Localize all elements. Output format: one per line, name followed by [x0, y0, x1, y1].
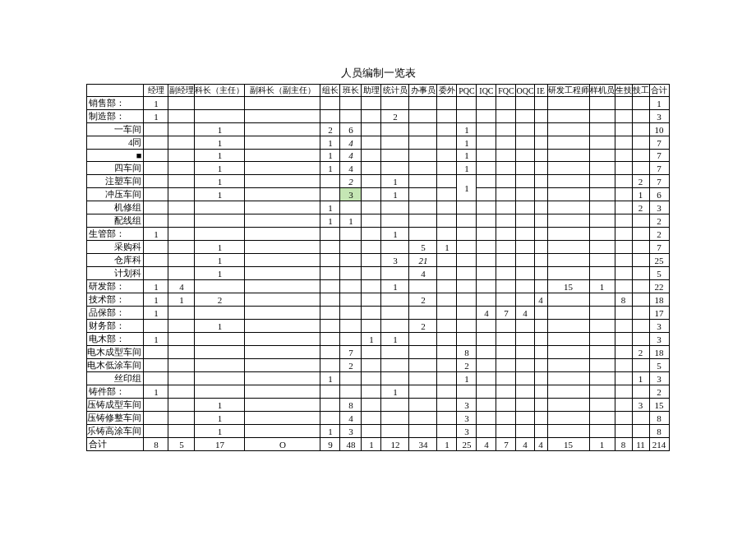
- cell: [340, 385, 362, 399]
- cell: 4: [477, 438, 496, 451]
- cell: [381, 123, 409, 136]
- cell: [168, 425, 195, 438]
- cell: [547, 150, 589, 162]
- cell: [457, 280, 477, 293]
- cell: [615, 412, 632, 425]
- cell: [362, 97, 381, 110]
- cell: 2: [340, 175, 362, 188]
- col-header: 技工: [632, 85, 649, 97]
- cell: [245, 201, 320, 214]
- cell: 6: [340, 123, 362, 136]
- cell: [340, 97, 362, 110]
- cell: [362, 399, 381, 412]
- cell: [381, 267, 409, 280]
- cell: 4: [477, 307, 496, 320]
- cell: [409, 162, 437, 175]
- cell: [144, 175, 168, 188]
- cell: 2: [381, 110, 409, 123]
- table-row: 冲压车间13116: [87, 188, 669, 201]
- cell: 2: [320, 123, 340, 136]
- cell: [362, 372, 381, 385]
- cell: 1: [320, 425, 340, 438]
- cell: [340, 372, 362, 385]
- cell: 3: [632, 399, 649, 412]
- cell: [340, 320, 362, 333]
- cell: [409, 372, 437, 385]
- cell: [437, 307, 457, 320]
- cell: [362, 320, 381, 333]
- cell: [516, 280, 534, 293]
- table-row: 生管部：112: [87, 228, 669, 241]
- cell: [496, 254, 516, 267]
- cell: [245, 162, 320, 175]
- cell: 3: [649, 333, 669, 346]
- cell: 7: [496, 438, 516, 451]
- cell: [477, 280, 496, 293]
- cell: 1: [381, 280, 409, 293]
- cell: [496, 267, 516, 280]
- cell: [477, 372, 496, 385]
- cell: [340, 267, 362, 280]
- cell: [245, 123, 320, 136]
- cell: [144, 412, 168, 425]
- cell: [547, 385, 589, 399]
- cell: [437, 162, 457, 175]
- cell: [547, 110, 589, 123]
- cell: [496, 359, 516, 372]
- cell: [534, 399, 547, 412]
- cell: 1: [195, 425, 245, 438]
- cell: [534, 97, 547, 110]
- table-row: 电木低涂车间225: [87, 359, 669, 372]
- cell: 18: [649, 346, 669, 359]
- cell: 1: [320, 372, 340, 385]
- cell: [534, 175, 547, 188]
- cell: 1: [320, 162, 340, 175]
- cell: [547, 307, 589, 320]
- cell: 1: [144, 280, 168, 293]
- cell: [589, 110, 615, 123]
- cell: [547, 372, 589, 385]
- cell: [437, 97, 457, 110]
- cell: [245, 267, 320, 280]
- cell: [615, 175, 632, 188]
- row-label: 财务部：: [87, 320, 144, 333]
- cell: [381, 359, 409, 372]
- cell: [547, 188, 589, 201]
- cell: [362, 110, 381, 123]
- cell: [437, 136, 457, 150]
- cell: [409, 123, 437, 136]
- cell: 1: [381, 228, 409, 241]
- table-row: 仓库科132125: [87, 254, 669, 267]
- cell: [477, 412, 496, 425]
- cell: [437, 280, 457, 293]
- cell: [409, 136, 437, 150]
- table-row: 注塑车间121127: [87, 175, 669, 188]
- cell: [516, 201, 534, 214]
- cell: [320, 175, 340, 188]
- cell: [320, 97, 340, 110]
- cell: [437, 359, 457, 372]
- cell: [144, 241, 168, 254]
- table-row: 电木成型车间78218: [87, 346, 669, 359]
- cell: [589, 399, 615, 412]
- cell: [245, 346, 320, 359]
- cell: [477, 228, 496, 241]
- cell: [547, 201, 589, 214]
- cell: [516, 123, 534, 136]
- cell: 1: [195, 254, 245, 267]
- cell: [362, 214, 381, 228]
- cell: [409, 110, 437, 123]
- cell: 1: [589, 438, 615, 451]
- cell: [516, 162, 534, 175]
- cell: [534, 162, 547, 175]
- cell: 1: [457, 372, 477, 385]
- cell: [632, 162, 649, 175]
- cell: [245, 97, 320, 110]
- cell: [437, 412, 457, 425]
- cell: 17: [649, 307, 669, 320]
- cell: [168, 97, 195, 110]
- cell: [615, 425, 632, 438]
- cell: [615, 399, 632, 412]
- cell: [457, 214, 477, 228]
- cell: [589, 385, 615, 399]
